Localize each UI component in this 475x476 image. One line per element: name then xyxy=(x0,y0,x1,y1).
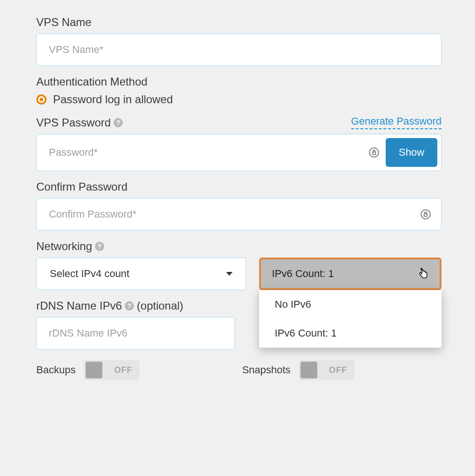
show-password-button[interactable]: Show xyxy=(386,138,437,167)
confirm-password-label-text: Confirm Password xyxy=(36,180,127,193)
rdns-label-text: rDNS Name IPv6 xyxy=(36,299,122,312)
password-input[interactable] xyxy=(49,138,362,167)
toggle-thumb xyxy=(301,362,317,378)
snapshots-label: Snapshots xyxy=(242,364,290,376)
help-icon[interactable]: ? xyxy=(114,118,123,127)
confirm-password-wrap xyxy=(36,198,442,231)
generate-password-link[interactable]: Generate Password xyxy=(351,115,442,129)
networking-label: Networking ? xyxy=(36,240,442,253)
radio-selected-icon xyxy=(36,94,47,105)
auth-radio-row[interactable]: Password log in allowed xyxy=(36,93,442,106)
password-field-wrap: Show xyxy=(36,134,442,171)
ipv6-option-one[interactable]: IPv6 Count: 1 xyxy=(259,319,442,348)
chevron-down-icon xyxy=(226,272,233,276)
help-icon[interactable]: ? xyxy=(95,242,104,251)
ipv4-count-select[interactable]: Select IPv4 count xyxy=(36,258,246,290)
networking-label-text: Networking xyxy=(36,240,92,253)
confirm-password-input[interactable] xyxy=(49,198,414,230)
vps-name-input[interactable] xyxy=(36,33,442,66)
ipv6-select-text: IPv6 Count: 1 xyxy=(272,268,334,280)
rdns-label: rDNS Name IPv6 ? (optional) xyxy=(36,299,235,312)
toggle-thumb xyxy=(86,362,102,378)
snapshots-toggle[interactable]: OFF xyxy=(299,360,355,380)
snapshots-toggle-block: Snapshots OFF xyxy=(242,360,355,380)
lock-icon xyxy=(420,208,432,220)
ipv6-option-none[interactable]: No IPv6 xyxy=(259,290,442,319)
ipv6-dropdown: No IPv6 IPv6 Count: 1 xyxy=(259,290,442,348)
auth-method-label-text: Authentication Method xyxy=(36,75,147,88)
backups-toggle-block: Backups OFF xyxy=(36,360,140,380)
lock-icon xyxy=(368,146,380,159)
ipv4-select-text: Select IPv4 count xyxy=(50,268,129,280)
vps-name-label-text: VPS Name xyxy=(36,16,92,29)
help-icon[interactable]: ? xyxy=(125,301,134,311)
rdns-optional-text: (optional) xyxy=(137,299,183,312)
auth-option-text: Password log in allowed xyxy=(53,93,173,106)
auth-method-label: Authentication Method xyxy=(36,75,442,88)
password-label-text: VPS Password xyxy=(36,116,111,129)
backups-state-text: OFF xyxy=(114,365,132,375)
password-label: VPS Password ? xyxy=(36,116,123,129)
pointer-cursor-icon xyxy=(417,268,429,280)
confirm-password-label: Confirm Password xyxy=(36,180,442,193)
backups-toggle[interactable]: OFF xyxy=(84,360,140,380)
snapshots-state-text: OFF xyxy=(329,365,347,375)
svg-rect-3 xyxy=(424,214,428,216)
rdns-input[interactable] xyxy=(36,317,235,350)
vps-name-label: VPS Name xyxy=(36,16,442,29)
ipv6-count-select[interactable]: IPv6 Count: 1 xyxy=(259,258,442,290)
svg-rect-1 xyxy=(373,152,376,154)
backups-label: Backups xyxy=(36,364,75,376)
